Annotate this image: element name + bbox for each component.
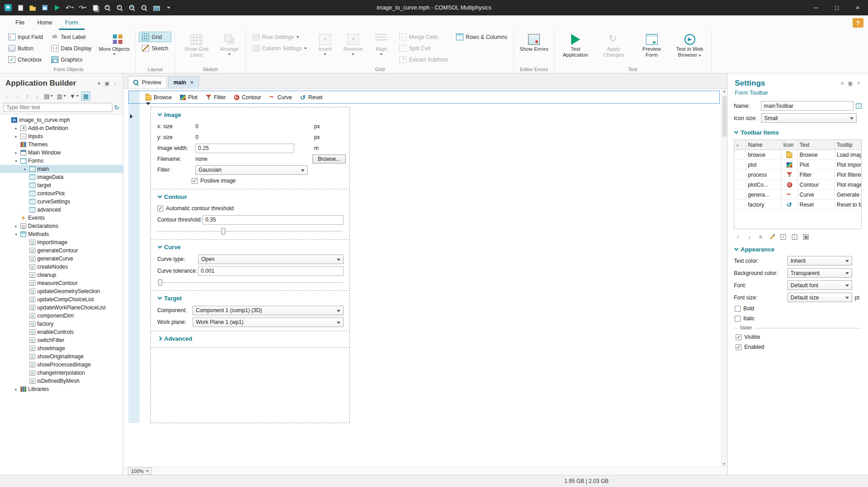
scroll-down-icon[interactable]: ▼ <box>723 462 726 466</box>
tree-item-methods[interactable]: ▾Methods <box>0 230 123 238</box>
curve-tolerance-input[interactable] <box>198 266 344 276</box>
comsol-logo-icon[interactable] <box>5 4 12 12</box>
toolbar-item-row-browse[interactable]: browseBrowseLoad image... <box>734 150 861 160</box>
positive-image-checkbox[interactable] <box>192 178 198 184</box>
close-tab-icon[interactable]: × <box>190 79 194 86</box>
tree-item-add-in-definition[interactable]: ▸Add-in Definition <box>0 124 123 132</box>
tree-item-advanced[interactable]: advanced <box>0 206 123 214</box>
tree-item-main[interactable]: ▸main <box>0 165 123 173</box>
auto-threshold-checkbox[interactable] <box>157 206 163 212</box>
tree-item-importimage[interactable]: importImage <box>0 238 123 246</box>
filter-input[interactable] <box>4 103 112 112</box>
preview-form-button[interactable]: Preview Form <box>634 32 670 59</box>
bold-checkbox[interactable] <box>735 306 741 312</box>
test-web-browser-button[interactable]: Test in Web Browser <box>672 32 708 59</box>
canvas-vertical-scrollbar[interactable]: ▲ ▼ <box>721 89 727 467</box>
target-section-header[interactable]: Target <box>151 292 349 304</box>
tree-item-contourplot[interactable]: contourPlot <box>0 189 123 198</box>
move-item-down-button[interactable]: ↓ <box>745 233 753 241</box>
menu-home[interactable]: Home <box>31 16 58 30</box>
float-panel-icon[interactable]: ▣ <box>103 80 111 87</box>
run-icon[interactable] <box>53 4 61 12</box>
form-toolbar-reset-button[interactable]: Reset <box>297 93 325 101</box>
pin-panel-icon[interactable]: ↓ <box>111 80 119 87</box>
contour-section-header[interactable]: Contour <box>151 190 349 203</box>
toolbar-item-row-plot[interactable]: plotPlotPlot importe... <box>734 160 861 170</box>
tree-item-curvesettings[interactable]: curveSettings <box>0 198 123 206</box>
toolbar-item-row-plotco[interactable]: plotCo...ContourPlot image c... <box>734 180 861 190</box>
tree-item-cleanup[interactable]: cleanup <box>0 271 123 279</box>
toolbar-items-table[interactable]: Name Icon Text Tooltip browseBrowseLoad … <box>734 140 862 229</box>
expander-icon[interactable]: ▾ <box>14 232 19 236</box>
background-color-select[interactable]: Transparent <box>787 268 852 278</box>
tree-item-declarations[interactable]: ▸Declarations <box>0 222 123 230</box>
show-menu-button[interactable]: ▼ <box>68 92 81 101</box>
maximize-button[interactable]: □ <box>826 0 847 15</box>
tree-item-main-window[interactable]: ▸Main Window <box>0 149 123 157</box>
move-down-button[interactable]: ↓ <box>33 92 42 101</box>
contour-threshold-input[interactable] <box>203 215 344 225</box>
tolerance-slider-handle[interactable] <box>158 279 162 286</box>
zoom-extents-icon[interactable]: ▭ <box>128 4 136 12</box>
image-section-header[interactable]: Image <box>151 108 349 121</box>
tree-item-showoriginalimage[interactable]: showOriginalImage <box>0 352 123 361</box>
form-toolbar-curve-button[interactable]: Curve <box>266 93 295 101</box>
show-errors-button[interactable]: Show Errors <box>517 32 550 53</box>
zoom-out-icon[interactable]: − <box>116 4 123 12</box>
open-file-icon[interactable] <box>29 4 36 12</box>
zoom-box-icon[interactable]: □ <box>141 4 148 12</box>
form-canvas[interactable]: BrowsePlotFilterContourCurveReset Image … <box>123 89 727 467</box>
tree-item-inputs[interactable]: ▸Inputs <box>0 132 123 140</box>
zoom-level-select[interactable]: 100% <box>128 468 152 475</box>
minimize-button[interactable]: ─ <box>805 0 826 15</box>
move-up-button[interactable]: ↑ <box>23 92 32 101</box>
button-button[interactable]: Button <box>5 43 46 53</box>
tree-item-forms[interactable]: ▾Forms <box>0 157 123 165</box>
curve-section-header[interactable]: Curve <box>151 241 349 253</box>
expander-icon[interactable]: ▸ <box>14 135 19 139</box>
tree-item-target[interactable]: target <box>0 181 123 189</box>
tree-item-updatecompchoicelist[interactable]: updateCompChoiceList <box>0 295 123 304</box>
curve-type-select[interactable]: Open <box>198 255 344 264</box>
tab-preview[interactable]: Preview <box>128 76 167 88</box>
tree-item-events[interactable]: Events <box>0 214 123 222</box>
expander-icon[interactable]: ▸ <box>14 126 19 130</box>
expander-icon[interactable]: ▾ <box>14 159 19 163</box>
tree-item-generatecurve[interactable]: generateCurve <box>0 255 123 263</box>
move-item-up-button[interactable]: ↑ <box>734 233 742 241</box>
expander-icon[interactable]: ▸ <box>23 167 28 171</box>
tree-item-enablecontrols[interactable]: enableControls <box>0 328 123 336</box>
expander-icon[interactable]: ▸ <box>14 151 19 155</box>
data-display-button[interactable]: Data Display <box>48 43 95 53</box>
zoom-in-icon[interactable]: + <box>104 4 111 12</box>
add-item-button[interactable]: + <box>779 233 787 241</box>
desktop-layout-icon[interactable] <box>153 4 160 12</box>
input-field-button[interactable]: Input Field <box>5 32 46 42</box>
forward-button[interactable]: → <box>13 92 22 101</box>
copy-icon[interactable] <box>92 4 99 12</box>
customize-toolbar-icon[interactable] <box>165 4 172 12</box>
back-button[interactable]: ← <box>3 92 12 101</box>
tree-item-showimage[interactable]: showImage <box>0 344 123 352</box>
work-plane-select[interactable]: Work Plane 1 (wp1) <box>193 318 344 327</box>
scrollbar-thumb[interactable] <box>723 96 727 137</box>
toolbar-items-header[interactable]: Toolbar Items <box>727 127 868 138</box>
goto-source-toggle[interactable]: ▦ <box>81 92 90 101</box>
redo-icon[interactable]: ↷ <box>79 4 87 12</box>
font-select[interactable]: Default font <box>787 280 852 290</box>
visible-checkbox[interactable] <box>736 334 742 340</box>
edit-node-icon[interactable] <box>856 103 862 109</box>
more-objects-button[interactable]: More Objects <box>97 32 132 56</box>
tree-item-isdefinedbymesh[interactable]: isDefinedByMesh <box>0 377 123 385</box>
browse-file-button[interactable]: Browse... <box>312 154 346 164</box>
tree-item-generatecontour[interactable]: generateContour <box>0 246 123 255</box>
threshold-slider-handle[interactable] <box>221 228 225 235</box>
form-toolbar-plot-button[interactable]: Plot <box>177 93 201 101</box>
save-icon[interactable] <box>41 4 48 12</box>
tree-item-updategeometryselection[interactable]: updateGeometrySelection <box>0 287 123 295</box>
new-file-icon[interactable] <box>17 4 24 12</box>
tree-item-measurecontour[interactable]: measureContour <box>0 279 123 287</box>
text-label-button[interactable]: Text Label <box>48 32 95 42</box>
tree-item-createnodes[interactable]: createNodes <box>0 263 123 271</box>
grid-layout-button[interactable]: Grid <box>139 32 171 42</box>
